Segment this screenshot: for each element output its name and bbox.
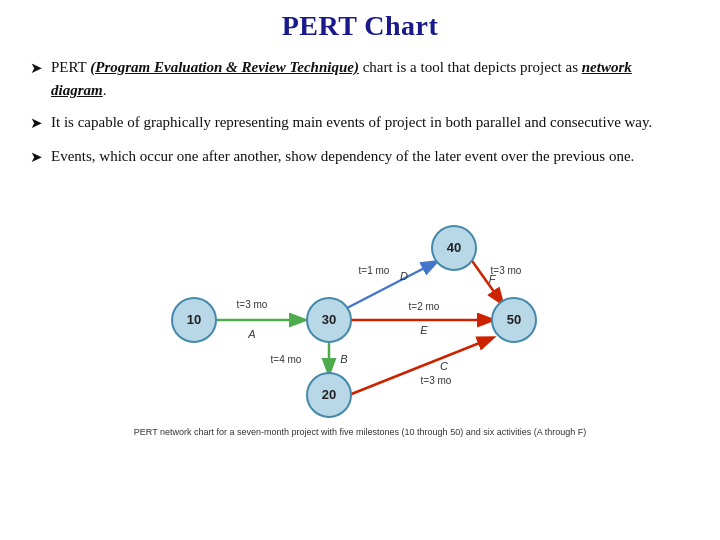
svg-text:t=2 mo: t=2 mo bbox=[408, 301, 439, 312]
pert-diagram-svg: t=3 mo A t=4 mo B t=3 mo C t=1 mo D t=2 … bbox=[134, 190, 564, 420]
svg-text:A: A bbox=[247, 328, 255, 340]
svg-text:t=3 mo: t=3 mo bbox=[236, 299, 267, 310]
bullet-item-2: ➤ It is capable of graphically represent… bbox=[30, 111, 690, 135]
page-container: PERT Chart ➤ PERT (Program Evaluation & … bbox=[0, 0, 720, 540]
svg-text:D: D bbox=[400, 270, 408, 282]
bullet-item-3: ➤ Events, which occur one after another,… bbox=[30, 145, 690, 169]
svg-text:t=1 mo: t=1 mo bbox=[358, 265, 389, 276]
diagram-container: t=3 mo A t=4 mo B t=3 mo C t=1 mo D t=2 … bbox=[30, 190, 690, 530]
bullet-text-3: Events, which occur one after another, s… bbox=[51, 145, 634, 168]
bullet-arrow-1: ➤ bbox=[30, 57, 43, 80]
svg-text:B: B bbox=[340, 353, 347, 365]
svg-text:30: 30 bbox=[322, 312, 336, 327]
svg-text:E: E bbox=[420, 324, 428, 336]
page-title: PERT Chart bbox=[30, 10, 690, 42]
pert-acronym: (Program Evaluation & Review Technique) bbox=[90, 59, 359, 75]
bullet-arrow-2: ➤ bbox=[30, 112, 43, 135]
svg-text:10: 10 bbox=[187, 312, 201, 327]
svg-text:C: C bbox=[440, 360, 448, 372]
svg-line-6 bbox=[349, 338, 492, 395]
svg-text:t=4 mo: t=4 mo bbox=[270, 354, 301, 365]
bullet-arrow-3: ➤ bbox=[30, 146, 43, 169]
svg-text:40: 40 bbox=[447, 240, 461, 255]
diagram-wrapper: t=3 mo A t=4 mo B t=3 mo C t=1 mo D t=2 … bbox=[134, 190, 586, 439]
svg-text:t=3 mo: t=3 mo bbox=[420, 375, 451, 386]
diagram-caption: PERT network chart for a seven-month pro… bbox=[134, 426, 586, 439]
bullet-text-2: It is capable of graphically representin… bbox=[51, 111, 652, 134]
svg-text:50: 50 bbox=[507, 312, 521, 327]
bullet-list: ➤ PERT (Program Evaluation & Review Tech… bbox=[30, 56, 690, 178]
bullet-item-1: ➤ PERT (Program Evaluation & Review Tech… bbox=[30, 56, 690, 101]
bullet-text-1: PERT (Program Evaluation & Review Techni… bbox=[51, 56, 690, 101]
svg-text:20: 20 bbox=[322, 387, 336, 402]
